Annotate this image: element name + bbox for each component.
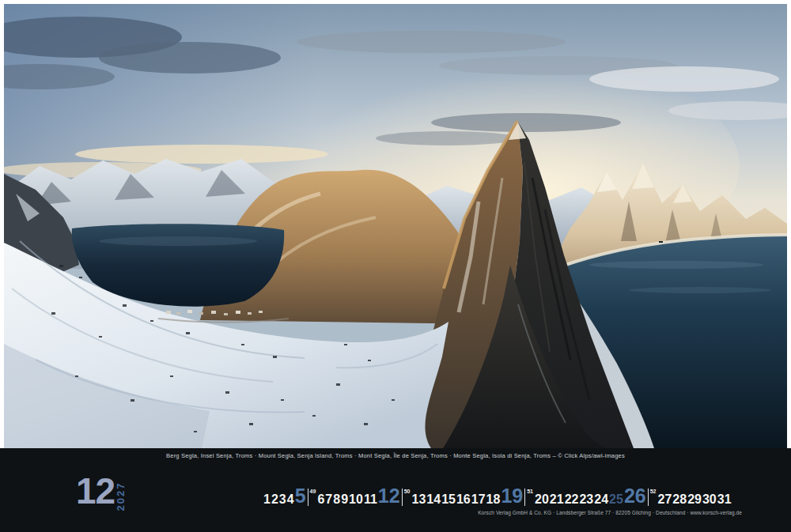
calendar-day-18: 18: [486, 493, 501, 506]
date-row: 1234549678910111250131415161718195120212…: [263, 478, 732, 506]
calendar-day-13: 13: [412, 493, 426, 506]
publisher-imprint: Korsch Verlag GmbH & Co. KG · Landsberge…: [478, 510, 742, 515]
calendar-strip: Berg Segla, Insel Senja, Troms · Mount S…: [0, 448, 791, 532]
week-number-50: 50: [404, 489, 411, 494]
week-number-51: 51: [527, 489, 533, 494]
calendar-day-9: 9: [341, 493, 348, 506]
week-separator: 52: [648, 489, 657, 506]
week-separator: 50: [402, 489, 411, 506]
calendar-day-20: 20: [535, 493, 549, 506]
calendar-day-28: 28: [672, 493, 687, 506]
calendar-day-1: 1: [263, 493, 271, 506]
calendar-day-30: 30: [702, 493, 717, 506]
calendar-day-29: 29: [687, 493, 702, 506]
year-label: 2027: [102, 478, 138, 515]
calendar-day-16: 16: [456, 493, 471, 506]
calendar-day-3: 3: [279, 493, 286, 506]
calendar-day-17: 17: [471, 493, 486, 506]
calendar-day-15: 15: [441, 493, 456, 506]
calendar-day-12: 12: [378, 486, 400, 506]
calendar-day-31: 31: [717, 493, 732, 506]
landscape-photo: [4, 4, 787, 448]
calendar-day-11: 11: [364, 493, 377, 506]
calendar-day-26: 26: [624, 486, 646, 506]
calendar-day-5: 5: [295, 486, 306, 506]
calendar-day-25: 25: [609, 493, 623, 506]
calendar-day-8: 8: [333, 493, 340, 506]
photo-caption: Berg Segla, Insel Senja, Troms · Mount S…: [0, 452, 791, 459]
mountain-fjord-illustration: [4, 4, 787, 448]
calendar-day-24: 24: [594, 493, 608, 506]
calendar-day-21: 21: [550, 493, 564, 506]
calendar-day-4: 4: [287, 493, 294, 506]
calendar-day-19: 19: [501, 486, 523, 506]
calendar-day-14: 14: [426, 493, 441, 506]
calendar-day-23: 23: [579, 493, 593, 506]
calendar-day-10: 10: [349, 493, 363, 506]
week-number-49: 49: [310, 489, 316, 494]
week-separator: 49: [308, 489, 316, 506]
week-separator: 51: [524, 489, 533, 506]
calendar-day-27: 27: [658, 493, 672, 506]
calendar-day-6: 6: [317, 493, 324, 506]
calendar-page: Berg Segla, Insel Senja, Troms · Mount S…: [0, 0, 791, 532]
calendar-day-2: 2: [271, 493, 278, 506]
calendar-day-22: 22: [565, 493, 579, 506]
calendar-day-7: 7: [325, 493, 332, 506]
week-number-52: 52: [650, 489, 657, 494]
